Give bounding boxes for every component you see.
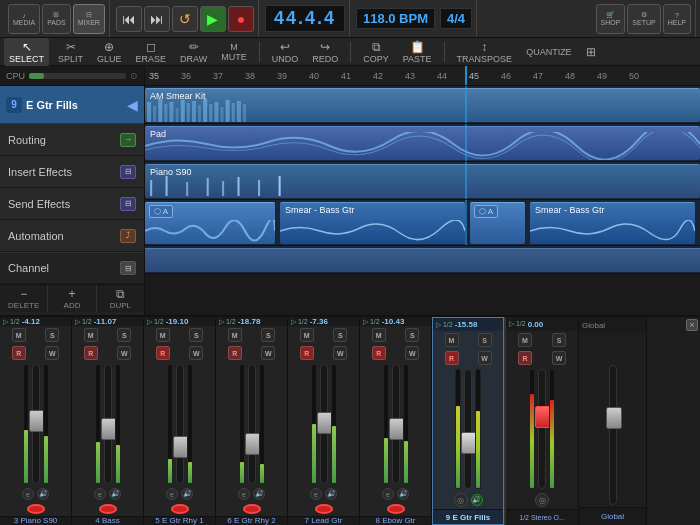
mute-btn-9[interactable]: M — [445, 333, 459, 347]
svg-rect-14 — [226, 100, 230, 122]
record-btn-4[interactable]: R — [84, 346, 98, 360]
record-btn-8[interactable]: R — [372, 346, 386, 360]
fader-handle-global[interactable] — [606, 407, 622, 429]
fader-track-8 — [392, 364, 400, 484]
clip-bass-a1[interactable]: ⬡ A — [145, 202, 275, 244]
solo-btn-6[interactable]: S — [261, 328, 275, 342]
ch-name-global: Global — [579, 507, 646, 525]
tool-paste[interactable]: 📋 PASTE — [398, 38, 437, 66]
track-collapse-arrow[interactable]: ◀ — [127, 97, 138, 113]
tool-glue[interactable]: ⊕ GLUE — [92, 38, 127, 66]
track-name: E Gtr Fills — [26, 99, 123, 111]
plugin-circle-9[interactable]: ◎ — [454, 493, 468, 507]
mute-btn-3[interactable]: M — [12, 328, 26, 342]
tool-draw[interactable]: ✏ DRAW — [175, 38, 212, 66]
ch-routing-stereo: ▷ 1/2 0.00 — [506, 317, 578, 331]
tool-mute[interactable]: M MUTE — [216, 40, 252, 64]
active-track-header[interactable]: 9 E Gtr Fills ◀ — [0, 86, 144, 124]
write-btn-5[interactable]: W — [189, 346, 203, 360]
mute-btn-7[interactable]: M — [300, 328, 314, 342]
playhead-lane — [465, 200, 467, 245]
record-btn-3[interactable]: R — [12, 346, 26, 360]
mute-btn-stereo[interactable]: M — [518, 333, 532, 347]
tab-pads[interactable]: ⊞ PADS — [42, 4, 71, 34]
play-btn[interactable]: ▶ — [200, 6, 226, 32]
clip[interactable]: Pad — [145, 126, 700, 160]
clip-bass-a2[interactable]: ⬡ A — [470, 202, 525, 244]
solo-btn-8[interactable]: S — [405, 328, 419, 342]
plugin-icon-7[interactable]: e — [310, 488, 322, 500]
plugin-icon-6[interactable]: e — [238, 488, 250, 500]
tool-grid[interactable]: ⊞ — [581, 43, 601, 61]
write-btn-7[interactable]: W — [333, 346, 347, 360]
svg-rect-18 — [150, 180, 152, 196]
ruler-mark: 42 — [373, 71, 383, 81]
clip-bass-smear1[interactable]: Smear - Bass Gtr — [280, 202, 465, 244]
tool-undo[interactable]: ↩ UNDO — [267, 38, 304, 66]
write-btn-9[interactable]: W — [478, 351, 492, 365]
tool-split[interactable]: ✂ SPLIT — [53, 38, 88, 66]
record-btn[interactable]: ● — [228, 6, 254, 32]
clip-bass-smear2[interactable]: Smear - Bass Gtr — [530, 202, 695, 244]
track-lane-1[interactable]: AM Smear Kit — [145, 86, 700, 124]
sidebar-item-routing[interactable]: Routing → — [0, 124, 144, 156]
write-btn-6[interactable]: W — [261, 346, 275, 360]
track-lane-4[interactable]: ⬡ A Smear - Bass Gtr — [145, 200, 700, 246]
write-btn-4[interactable]: W — [117, 346, 131, 360]
dupl-button[interactable]: ⧉ DUPL — [97, 285, 144, 312]
solo-btn-4[interactable]: S — [117, 328, 131, 342]
record-btn-5[interactable]: R — [156, 346, 170, 360]
sidebar-item-automation[interactable]: Automation ⤴ — [0, 220, 144, 252]
plugin-icon-4[interactable]: e — [94, 488, 106, 500]
sidebar-item-send-effects[interactable]: Send Effects ⊟ — [0, 188, 144, 220]
mute-btn-8[interactable]: M — [372, 328, 386, 342]
fastfwd-btn[interactable]: ⏭ — [144, 6, 170, 32]
solo-btn-5[interactable]: S — [189, 328, 203, 342]
sidebar-item-channel[interactable]: Channel ⊟ — [0, 252, 144, 284]
sidebar-item-insert-effects[interactable]: Insert Effects ⊟ — [0, 156, 144, 188]
plugin-circle-stereo[interactable]: ◎ — [535, 493, 549, 507]
ruler-mark: 49 — [597, 71, 607, 81]
rewind-btn[interactable]: ⏮ — [116, 6, 142, 32]
tab-help[interactable]: ? HELP — [663, 4, 691, 34]
mixer-close-button[interactable]: × — [686, 319, 698, 331]
solo-btn-stereo[interactable]: S — [552, 333, 566, 347]
tool-redo[interactable]: ↪ REDO — [307, 38, 343, 66]
write-btn-3[interactable]: W — [45, 346, 59, 360]
tool-quantize[interactable]: QUANTIZE — [521, 45, 577, 59]
mute-btn-4[interactable]: M — [84, 328, 98, 342]
insert-effects-label: Insert Effects — [8, 166, 114, 178]
mute-btn-6[interactable]: M — [228, 328, 242, 342]
clip[interactable]: AM Smear Kit — [145, 88, 700, 122]
tab-mixer[interactable]: ⊟ MIXER — [73, 4, 105, 34]
tool-transpose[interactable]: ↕ TRANSPOSE — [452, 38, 518, 66]
clip[interactable]: Piano S90 — [145, 164, 700, 198]
tab-setup[interactable]: ⚙ SETUP — [627, 4, 660, 34]
add-button[interactable]: + ADD — [48, 285, 96, 312]
record-btn-7[interactable]: R — [300, 346, 314, 360]
tab-shop[interactable]: 🛒 SHOP — [596, 4, 626, 34]
track-lane-2[interactable]: Pad — [145, 124, 700, 162]
record-btn-6[interactable]: R — [228, 346, 242, 360]
tool-erase[interactable]: ◻ ERASE — [131, 38, 172, 66]
track-lane-3[interactable]: Piano S90 — [145, 162, 700, 200]
clip-partial[interactable] — [145, 248, 700, 272]
solo-btn-7[interactable]: S — [333, 328, 347, 342]
write-btn-8[interactable]: W — [405, 346, 419, 360]
mute-btn-5[interactable]: M — [156, 328, 170, 342]
plugin-icon-8[interactable]: e — [382, 488, 394, 500]
plugin-icon-3[interactable]: e — [22, 488, 34, 500]
tab-media[interactable]: ♪ MEDIA — [8, 4, 40, 34]
tool-select[interactable]: ↖ SELECT — [4, 38, 49, 66]
ruler-mark: 47 — [533, 71, 543, 81]
record-btn-stereo[interactable]: R — [518, 351, 532, 365]
tool-copy[interactable]: ⧉ COPY — [358, 38, 394, 66]
solo-btn-9[interactable]: S — [478, 333, 492, 347]
solo-btn-3[interactable]: S — [45, 328, 59, 342]
plugin-icon-5[interactable]: e — [166, 488, 178, 500]
record-btn-9[interactable]: R — [445, 351, 459, 365]
delete-button[interactable]: − DELETE — [0, 285, 48, 312]
track-lane-5[interactable] — [145, 246, 700, 274]
loop-btn[interactable]: ↺ — [172, 6, 198, 32]
write-btn-stereo[interactable]: W — [552, 351, 566, 365]
